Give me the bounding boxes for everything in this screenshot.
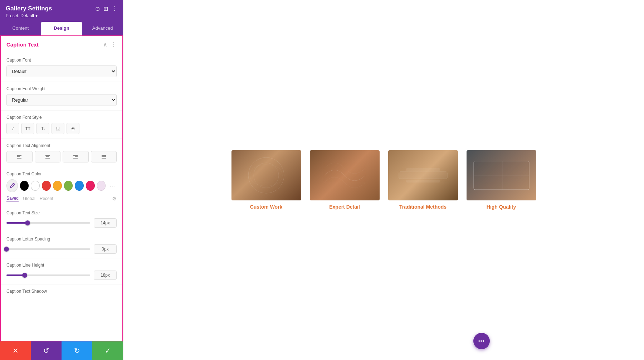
redo-button[interactable]: ↻ [62, 341, 92, 360]
align-justify-button[interactable] [91, 151, 117, 162]
svg-rect-15 [406, 168, 440, 171]
fab-icon: ••• [478, 338, 485, 344]
cancel-button[interactable]: ✕ [0, 341, 31, 360]
collapse-icon[interactable]: ∧ [103, 41, 107, 48]
caption-text-alignment-row: Caption Text Alignment [1, 139, 122, 167]
tab-advanced[interactable]: Advanced [82, 22, 123, 35]
text-size-track[interactable] [6, 222, 90, 224]
reset-button[interactable]: ↺ [31, 341, 62, 360]
gallery-item-4: High Quality [467, 150, 536, 210]
letter-spacing-input[interactable] [94, 244, 117, 254]
color-swatch-pink[interactable] [86, 181, 95, 191]
capitalize-button[interactable]: Tt [36, 123, 49, 134]
letter-spacing-thumb[interactable] [4, 247, 9, 252]
text-size-thumb[interactable] [25, 220, 30, 225]
text-size-fill [6, 222, 28, 224]
align-right-button[interactable] [63, 151, 89, 162]
svg-point-13 [254, 163, 279, 188]
svg-rect-16 [406, 180, 440, 183]
header-icon-group: ⊙ ⊞ ⋮ [95, 5, 117, 12]
caption-line-height-label: Caption Line Height [6, 263, 117, 268]
caption-text-color-row: Caption Text Color ··· [1, 167, 122, 206]
caption-font-weight-select[interactable]: Regular Bold Light [6, 94, 117, 106]
caption-font-weight-label: Caption Font Weight [6, 86, 117, 91]
gallery-image-4[interactable] [467, 150, 536, 200]
gallery-item-3: Traditional Methods [388, 150, 458, 210]
line-height-thumb[interactable] [22, 273, 27, 278]
gallery-caption-4: High Quality [487, 204, 516, 210]
caption-text-shadow-label: Caption Text Shadow [6, 289, 117, 294]
cancel-icon: ✕ [13, 346, 19, 355]
uppercase-button[interactable]: TT [21, 123, 34, 134]
color-tabs: Saved Global Recent ⚙ [6, 196, 117, 201]
gallery-image-2[interactable] [310, 150, 380, 200]
caption-font-row: Caption Font Default Arial Georgia [1, 53, 122, 82]
color-swatch-red[interactable] [42, 181, 51, 191]
bottom-toolbar: ✕ ↺ ↻ ✓ [0, 341, 123, 360]
align-center-button[interactable] [35, 151, 61, 162]
letter-spacing-slider-row [6, 244, 117, 254]
svg-rect-14 [399, 172, 447, 179]
tab-content[interactable]: Content [0, 22, 41, 35]
gallery: Custom Work Expert Detail Traditiona [231, 150, 536, 210]
underline-button[interactable]: U [52, 123, 64, 134]
preset-selector[interactable]: Preset: Default ▾ [6, 13, 117, 18]
caption-text-size-row: Caption Text Size [1, 206, 122, 232]
color-swatch-row: ··· [6, 179, 117, 192]
section-more-icon[interactable]: ⋮ [111, 41, 117, 48]
redo-icon: ↻ [74, 346, 80, 355]
tab-design[interactable]: Design [41, 22, 82, 35]
floating-action-button[interactable]: ••• [473, 333, 490, 349]
preset-label: Preset: Default [6, 13, 34, 18]
color-swatch-black[interactable] [20, 181, 29, 191]
color-swatch-light[interactable] [97, 181, 106, 191]
gallery-image-1[interactable] [231, 150, 301, 200]
saved-tab[interactable]: Saved [6, 196, 19, 201]
color-swatch-white[interactable] [31, 181, 40, 191]
tab-bar: Content Design Advanced [0, 22, 123, 35]
caption-text-color-label: Caption Text Color [6, 171, 117, 176]
main-canvas: Custom Work Expert Detail Traditiona [123, 0, 644, 360]
caption-font-label: Caption Font [6, 58, 117, 63]
settings-icon[interactable]: ⊙ [95, 5, 100, 12]
italic-button[interactable]: I [6, 123, 19, 134]
line-height-input[interactable] [94, 271, 117, 280]
line-height-track[interactable] [6, 274, 90, 276]
strikethrough-button[interactable]: S [67, 123, 79, 134]
sidebar-title: Gallery Settings [6, 5, 52, 12]
text-size-slider-row [6, 218, 117, 228]
caption-line-height-row: Caption Line Height [1, 258, 122, 284]
align-left-button[interactable] [6, 151, 33, 162]
recent-tab[interactable]: Recent [40, 196, 53, 201]
reset-icon: ↺ [43, 346, 49, 355]
caption-font-select[interactable]: Default Arial Georgia [6, 65, 117, 77]
sidebar: Gallery Settings ⊙ ⊞ ⋮ Preset: Default ▾… [0, 0, 123, 360]
text-size-input[interactable] [94, 218, 117, 228]
more-icon[interactable]: ⋮ [112, 5, 117, 12]
color-swatch-yellow[interactable] [53, 181, 62, 191]
gallery-caption-1: Custom Work [250, 204, 283, 210]
color-picker: ··· Saved Global Recent ⚙ [6, 179, 117, 201]
gallery-caption-3: Traditional Methods [399, 204, 447, 210]
global-tab[interactable]: Global [23, 196, 35, 201]
font-style-buttons: I TT Tt U S [6, 123, 117, 134]
gallery-caption-2: Expert Detail [329, 204, 360, 210]
caption-font-style-row: Caption Font Style I TT Tt U S [1, 111, 122, 139]
caption-text-alignment-label: Caption Text Alignment [6, 143, 117, 148]
caption-font-style-label: Caption Font Style [6, 115, 117, 120]
caption-font-weight-row: Caption Font Weight Regular Bold Light [1, 82, 122, 111]
color-settings-icon[interactable]: ⚙ [112, 196, 117, 201]
color-swatch-green[interactable] [64, 181, 73, 191]
sidebar-header: Gallery Settings ⊙ ⊞ ⋮ Preset: Default ▾ [0, 0, 123, 22]
layout-icon[interactable]: ⊞ [103, 5, 108, 12]
caption-text-shadow-row: Caption Text Shadow [1, 284, 122, 301]
color-swatch-blue[interactable] [75, 181, 84, 191]
section-icons: ∧ ⋮ [103, 41, 117, 48]
more-colors-button[interactable]: ··· [108, 181, 116, 191]
letter-spacing-track[interactable] [6, 248, 90, 250]
caption-letter-spacing-label: Caption Letter Spacing [6, 237, 117, 242]
panel-content: Caption Text ∧ ⋮ Caption Font Default Ar… [0, 35, 123, 341]
eyedropper-button[interactable] [6, 179, 18, 192]
save-button[interactable]: ✓ [92, 341, 123, 360]
gallery-image-3[interactable] [388, 150, 458, 200]
